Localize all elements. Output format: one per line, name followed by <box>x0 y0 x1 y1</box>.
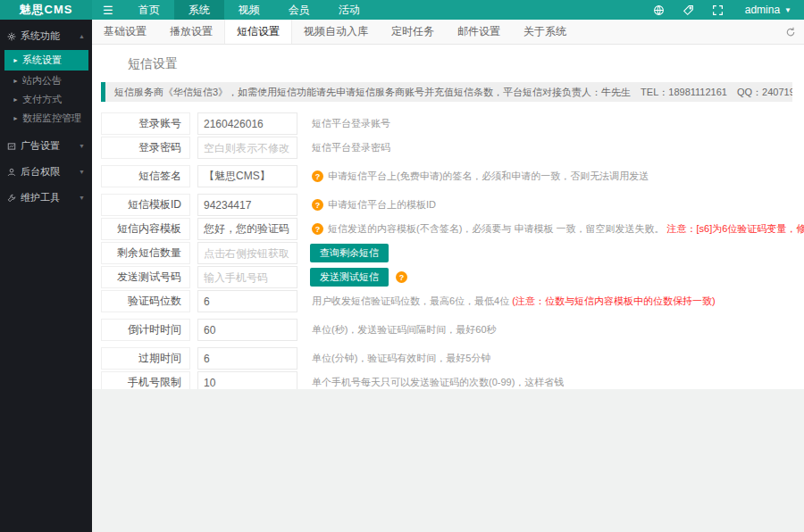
field-hint: ? <box>396 266 409 288</box>
triangle-icon: ► <box>13 78 19 84</box>
nav-item-member[interactable]: 会员 <box>274 0 324 20</box>
code-length-input[interactable] <box>197 290 297 312</box>
field-label: 短信模板ID <box>101 194 190 216</box>
clear-cache-icon[interactable] <box>644 0 674 20</box>
sidebar-section-label: 系统功能 <box>21 29 74 43</box>
form-row: 短信模板ID ? 申请短信平台上的模板ID <box>101 194 804 216</box>
field-hint-red: (注意：位数与短信内容模板中的位数保持一致) <box>512 295 715 308</box>
wrench-icon <box>7 194 16 203</box>
nav-item-video[interactable]: 视频 <box>224 0 274 20</box>
expire-input[interactable] <box>197 347 297 370</box>
field-hint: 短信平台登录账号 <box>312 112 390 135</box>
sidebar-submenu: ► 系统设置 ► 站内公告 ► 支付方式 ► 数据监控管理 <box>0 50 92 133</box>
field-hint: 短信平台登录密码 <box>312 137 390 159</box>
username: admina <box>745 4 780 16</box>
sidebar: 系统功能 ▲ ► 系统设置 ► 站内公告 ► 支付方式 ► 数据监控管理 <box>0 20 92 532</box>
refresh-icon[interactable] <box>785 20 796 44</box>
menu-toggle-icon[interactable]: ☰ <box>92 0 124 20</box>
field-hint: 单位(分钟)，验证码有效时间，最好5分钟 <box>312 347 490 370</box>
gear-icon <box>7 32 16 41</box>
user-dropdown[interactable]: admina ▼ <box>733 0 804 20</box>
form-row: 倒计时时间 单位(秒)，发送验证码间隔时间，最好60秒 <box>101 319 804 341</box>
form-row: 过期时间 单位(分钟)，验证码有效时间，最好5分钟 <box>101 347 804 370</box>
tab-player[interactable]: 播放设置 <box>158 20 224 44</box>
sidebar-section-label: 广告设置 <box>21 139 74 153</box>
tab-video-import[interactable]: 视频自动入库 <box>292 20 380 44</box>
phone-limit-input[interactable] <box>197 371 297 389</box>
sidebar-item-data-monitor[interactable]: ► 数据监控管理 <box>0 109 92 128</box>
sidebar-section-system[interactable]: 系统功能 ▲ <box>0 23 92 49</box>
password-input[interactable] <box>197 137 297 159</box>
content-card: 短信设置 短信服务商《华信短信3》，如需使用短信功能请先申请短信服务商账号并充值… <box>92 45 804 389</box>
notice-bar: 短信服务商《华信短信3》，如需使用短信功能请先申请短信服务商账号并充值短信条数，… <box>101 82 792 102</box>
caret-down-icon: ▼ <box>79 195 85 201</box>
field-hint: 用户收发短信验证码位数，最高6位，最低4位 (注意：位数与短信内容模板中的位数保… <box>312 290 716 312</box>
triangle-icon: ► <box>13 57 19 63</box>
caret-down-icon: ▼ <box>79 169 85 175</box>
tab-bar: 基础设置 播放设置 短信设置 视频自动入库 定时任务 邮件设置 关于系统 <box>92 20 804 45</box>
help-icon: ? <box>312 223 323 235</box>
field-hint: 单个手机号每天只可以发送验证码的次数(0-99)，这样省钱 <box>312 371 564 389</box>
query-remaining-button[interactable]: 查询剩余短信 <box>310 244 389 262</box>
send-test-button[interactable]: 发送测试短信 <box>310 268 389 287</box>
field-label: 过期时间 <box>101 347 190 370</box>
sidebar-item-system-settings[interactable]: ► 系统设置 <box>4 50 88 71</box>
topbar-right: admina ▼ <box>644 0 804 20</box>
ad-image-icon <box>7 142 16 151</box>
tab-cron[interactable]: 定时任务 <box>380 20 446 44</box>
account-input[interactable] <box>197 112 297 135</box>
sidebar-section-tools[interactable]: 维护工具 ▼ <box>0 185 92 211</box>
sidebar-section-label: 维护工具 <box>21 191 74 204</box>
remaining-count-input[interactable] <box>197 242 297 264</box>
nav-item-system[interactable]: 系统 <box>174 0 224 20</box>
fullscreen-icon[interactable] <box>703 0 733 20</box>
form-row: 手机号限制 单个手机号每天只可以发送验证码的次数(0-99)，这样省钱 <box>101 371 804 389</box>
field-hint: ? 申请短信平台上的模板ID <box>312 194 436 216</box>
sidebar-item-label: 支付方式 <box>22 93 62 106</box>
caret-down-icon: ▼ <box>784 6 791 14</box>
help-icon: ? <box>312 199 323 211</box>
field-label: 短信签名 <box>101 165 190 187</box>
main-area: 基础设置 播放设置 短信设置 视频自动入库 定时任务 邮件设置 关于系统 短信设… <box>92 20 804 532</box>
sidebar-section-ads[interactable]: 广告设置 ▼ <box>0 133 92 159</box>
sidebar-item-label: 站内公告 <box>22 74 62 87</box>
sidebar-item-label: 数据监控管理 <box>22 112 81 125</box>
sidebar-item-site-notice[interactable]: ► 站内公告 <box>0 71 92 90</box>
content-template-input[interactable] <box>197 218 297 240</box>
top-nav: ☰ 首页 系统 视频 会员 活动 <box>92 0 644 20</box>
field-label: 发送测试号码 <box>101 266 190 288</box>
topbar: 魅思CMS ☰ 首页 系统 视频 会员 活动 admina ▼ <box>0 0 804 20</box>
sidebar-item-payment[interactable]: ► 支付方式 <box>0 90 92 109</box>
form-row: 发送测试号码 发送测试短信 ? <box>101 266 804 288</box>
sidebar-section-label: 后台权限 <box>21 165 74 179</box>
tab-mail[interactable]: 邮件设置 <box>446 20 512 44</box>
field-label: 登录账号 <box>101 112 190 135</box>
page-title: 短信设置 <box>92 45 804 82</box>
form-row: 短信内容模板 ? 短信发送的内容模板(不含签名)，必须要与 申请模板 一致，留空… <box>101 218 804 240</box>
form-row: 登录密码 短信平台登录密码 <box>101 137 804 159</box>
sidebar-section-permissions[interactable]: 后台权限 ▼ <box>0 159 92 185</box>
theme-tag-icon[interactable] <box>674 0 703 20</box>
triangle-icon: ► <box>13 115 19 121</box>
nav-item-activity[interactable]: 活动 <box>324 0 374 20</box>
tab-about[interactable]: 关于系统 <box>512 20 578 44</box>
form-row: 短信签名 ? 申请短信平台上(免费申请)的签名，必须和申请的一致，否则无法调用发… <box>101 165 804 187</box>
template-id-input[interactable] <box>197 194 297 216</box>
app-logo: 魅思CMS <box>0 0 92 20</box>
sidebar-item-label: 系统设置 <box>22 54 62 67</box>
triangle-icon: ► <box>13 96 19 103</box>
field-label: 手机号限制 <box>101 371 190 389</box>
help-icon: ? <box>312 170 323 182</box>
field-hint-red: 注意：[s6]为6位验证码变量，修改位数须与验证码位数保持一致！ <box>666 222 804 236</box>
field-hint: ? 短信发送的内容模板(不含签名)，必须要与 申请模板 一致，留空则发送失败。 … <box>312 218 804 240</box>
field-label: 剩余短信数量 <box>101 242 190 264</box>
help-icon: ? <box>396 271 407 283</box>
test-phone-input[interactable] <box>197 266 297 288</box>
tab-sms[interactable]: 短信设置 <box>224 20 292 44</box>
sms-settings-form: 登录账号 短信平台登录账号 登录密码 短信平台登录密码 短信签名 <box>92 112 804 389</box>
tab-basic[interactable]: 基础设置 <box>92 20 158 44</box>
nav-item-home[interactable]: 首页 <box>124 0 174 20</box>
signature-input[interactable] <box>197 165 297 187</box>
countdown-input[interactable] <box>197 319 297 341</box>
field-label: 短信内容模板 <box>101 218 190 240</box>
